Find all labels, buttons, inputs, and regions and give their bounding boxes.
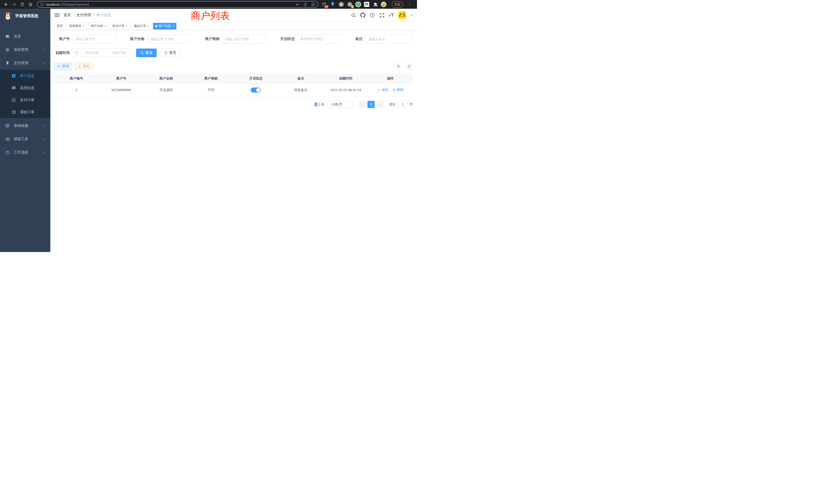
url-bar[interactable]: localhost:1024/pay/merchant: [37, 1, 319, 8]
export-button[interactable]: 导出: [75, 62, 93, 70]
add-button[interactable]: 新增: [54, 62, 72, 70]
extension-diamond-icon[interactable]: 10: [322, 2, 327, 7]
sidebar-item-home[interactable]: 首页: [0, 30, 50, 43]
header-search-icon[interactable]: [351, 13, 356, 18]
full-name-input[interactable]: [147, 35, 191, 43]
document-icon: [11, 110, 16, 114]
chevron-down-icon: [336, 38, 339, 41]
close-icon[interactable]: ×: [104, 25, 106, 28]
toggle-search-button[interactable]: [394, 62, 402, 70]
close-icon[interactable]: ×: [172, 25, 174, 28]
chrome-update-button[interactable]: 更新: [392, 1, 403, 8]
date-end-placeholder: 结束日期: [108, 50, 130, 55]
grid-icon: [11, 86, 16, 90]
full-name-label: 商户全称: [130, 37, 145, 41]
goto-page-input[interactable]: [397, 101, 408, 108]
refresh-table-button[interactable]: [405, 62, 413, 70]
breadcrumb-pay[interactable]: 支付管理: [76, 13, 91, 18]
sidebar-item-label: 基础设施: [14, 123, 28, 128]
status-toggle[interactable]: [250, 88, 261, 93]
password-key-icon[interactable]: [295, 2, 300, 7]
github-icon[interactable]: [360, 13, 366, 18]
goto-label: 前往: [389, 102, 396, 107]
cell-merchant-no: M233666999: [99, 84, 144, 96]
next-page-button[interactable]: ›: [376, 101, 383, 108]
short-name-input[interactable]: [222, 35, 266, 43]
tab-user-group[interactable]: 用户分组×: [88, 23, 108, 29]
close-icon[interactable]: ×: [147, 25, 149, 28]
browser-back-button[interactable]: [3, 1, 9, 8]
chrome-menu-icon[interactable]: ⋮: [408, 2, 412, 7]
sidebar-item-infra[interactable]: 基础设施: [0, 119, 50, 132]
sidebar-item-dev-tools[interactable]: 研发工具: [0, 132, 50, 146]
browser-forward-button[interactable]: [11, 1, 18, 8]
extension-recorder-icon[interactable]: 1: [347, 2, 353, 7]
extension-y-icon[interactable]: Y: [355, 2, 361, 7]
filter-row-2: 创建时间 开始日期 - 结束日期 搜索 重置: [54, 48, 413, 57]
extension-balloon-icon[interactable]: [330, 2, 336, 7]
filter-row-1: 商户号 商户全称 商户简称 开启状态 请选择开启状态: [54, 35, 413, 43]
col-full-name: 商户全称: [144, 73, 189, 84]
sidebar-item-label: 研发工具: [14, 137, 28, 141]
tab-process-form[interactable]: 流程表单×: [67, 23, 87, 29]
extension-chat-icon[interactable]: [364, 2, 370, 7]
tags-view-bar: 首页 流程表单× 用户分组× 支付订单× 退款订单× 商户信息×: [50, 22, 417, 30]
reset-button[interactable]: 重置: [160, 48, 180, 57]
fullscreen-icon[interactable]: [379, 13, 385, 18]
browser-home-button[interactable]: [27, 1, 34, 8]
edit-link[interactable]: 修改: [377, 88, 389, 92]
toolbox-icon: [5, 137, 10, 141]
col-short-name: 商户简称: [189, 73, 234, 84]
cell-merchant-id: 1: [54, 84, 99, 96]
merchant-no-input[interactable]: [72, 35, 116, 43]
page-size-select[interactable]: 10条/页: [327, 101, 353, 108]
close-icon[interactable]: ×: [126, 25, 128, 28]
app-title: 芋道管理系统: [15, 14, 38, 19]
site-info-icon[interactable]: [40, 2, 44, 6]
sidebar-item-pay-order[interactable]: ¥ 支付订单: [0, 94, 50, 106]
user-avatar[interactable]: [398, 11, 406, 19]
cell-short-name: 芋艿: [189, 84, 234, 96]
merchant-table: 商户编号 商户号 商户全称 商户简称 开启状态 备注 创建时间 操作 1 M23…: [54, 73, 413, 96]
monitor-icon: [5, 123, 10, 128]
profile-emoji-avatar[interactable]: [381, 2, 387, 7]
bookmark-star-icon[interactable]: [311, 2, 315, 7]
sidebar-logo-row[interactable]: 芋道管理系统: [0, 9, 50, 23]
sidebar-item-system[interactable]: 系统管理: [0, 43, 50, 56]
search-button[interactable]: 搜索: [136, 48, 157, 57]
sidebar-item-refund-order[interactable]: 退款订单: [0, 106, 50, 118]
page-number-1[interactable]: 1: [368, 101, 375, 108]
cell-full-name: 芋道源码: [144, 84, 189, 96]
sidebar-item-workflow[interactable]: 工作流程: [0, 146, 50, 159]
extension-badge: 10: [324, 5, 328, 8]
extension-command-icon[interactable]: ⌘: [338, 2, 344, 7]
sidebar-item-app-info[interactable]: 应用信息: [0, 82, 50, 94]
font-size-icon[interactable]: [389, 13, 394, 18]
breadcrumb-home[interactable]: 首页: [64, 13, 71, 18]
status-select[interactable]: 请选择开启状态: [297, 35, 342, 43]
share-icon[interactable]: [303, 2, 307, 6]
remark-input[interactable]: [365, 35, 413, 43]
prev-page-button[interactable]: ‹: [359, 101, 366, 108]
extensions-puzzle-icon[interactable]: [372, 2, 378, 7]
sidebar-item-pay[interactable]: ¥ 支付管理: [0, 56, 50, 70]
sidebar-item-merchant-info[interactable]: 商户信息: [0, 70, 50, 82]
create-time-range-picker[interactable]: 开始日期 - 结束日期: [72, 48, 133, 57]
tab-home[interactable]: 首页: [54, 23, 65, 29]
pay-submenu: 商户信息 应用信息 ¥ 支付订单: [0, 70, 50, 118]
delete-link[interactable]: 删除: [393, 88, 404, 92]
tab-merchant-info[interactable]: 商户信息×: [153, 23, 176, 29]
hamburger-icon[interactable]: [54, 13, 60, 18]
avatar-caret-down-icon[interactable]: ▼: [410, 14, 413, 17]
tab-pay-order[interactable]: 支付订单×: [110, 23, 130, 29]
extension-area: 10 ⌘ 1 Y 更新 ⋮: [322, 1, 412, 8]
svg-text:¥: ¥: [13, 98, 14, 101]
status-label: 开启状态: [280, 37, 295, 41]
browser-reload-button[interactable]: [19, 1, 26, 8]
tab-refund-order[interactable]: 退款订单×: [131, 23, 152, 29]
col-remark: 备注: [278, 73, 323, 84]
breadcrumb-separator: /: [93, 13, 94, 17]
help-icon[interactable]: ?: [370, 13, 375, 18]
sidebar-item-label: 退款订单: [20, 110, 35, 114]
close-icon[interactable]: ×: [83, 25, 85, 28]
